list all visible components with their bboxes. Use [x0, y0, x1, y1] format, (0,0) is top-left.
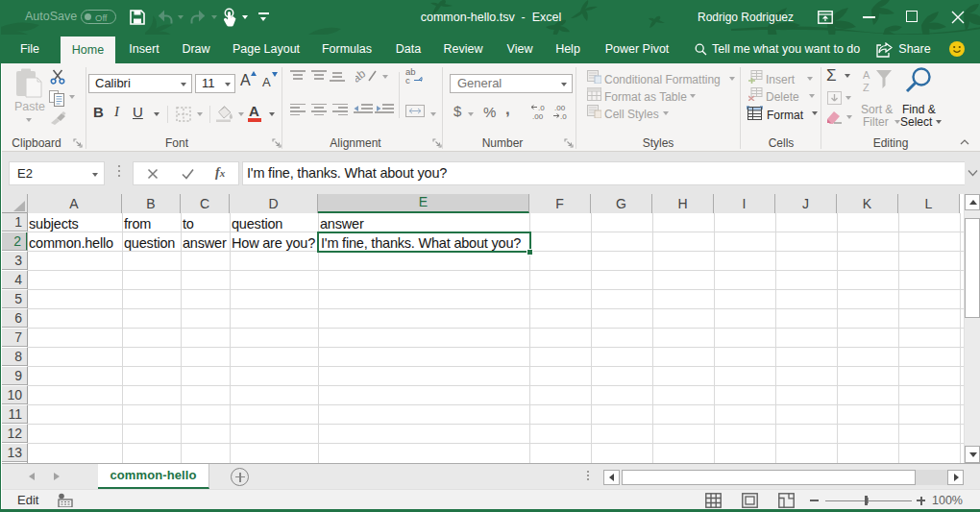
svg-text:A: A: [863, 69, 870, 81]
svg-text:Z: Z: [863, 82, 870, 93]
svg-text:.00: .00: [532, 112, 544, 120]
svg-text:c: c: [405, 75, 410, 85]
svg-text:ab: ab: [355, 68, 368, 84]
svg-text:.0: .0: [560, 112, 567, 120]
svg-text:.0: .0: [538, 104, 545, 112]
svg-text:.00: .00: [554, 104, 566, 112]
